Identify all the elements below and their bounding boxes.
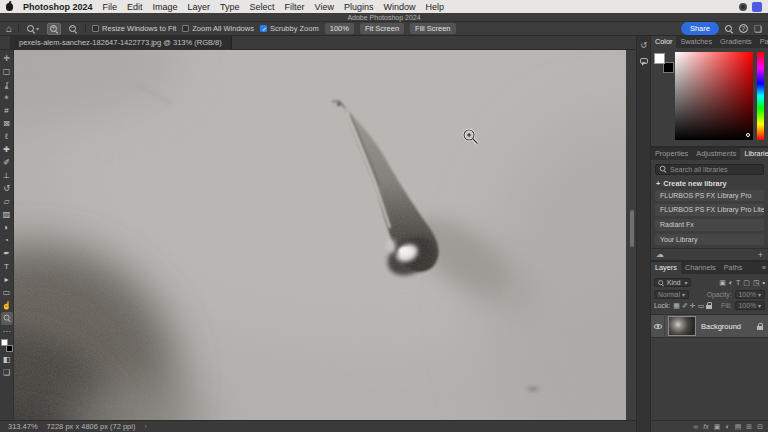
visibility-cell[interactable]: [651, 314, 665, 338]
hand-tool[interactable]: ☝: [1, 299, 13, 312]
app-menu[interactable]: Photoshop 2024: [23, 2, 93, 12]
menu-layer[interactable]: Layer: [188, 2, 211, 12]
help-icon[interactable]: ?: [739, 24, 748, 33]
canvas-area[interactable]: [14, 50, 636, 420]
tab-layers[interactable]: Layers: [651, 262, 681, 274]
link-layers-icon[interactable]: ∞: [693, 423, 698, 430]
object-selection-tool[interactable]: ⌖: [1, 91, 13, 104]
lock-transparency-icon[interactable]: ▦: [673, 302, 680, 310]
menu-view[interactable]: View: [315, 2, 334, 12]
history-icon[interactable]: ↺: [640, 41, 647, 50]
move-tool[interactable]: ✛: [1, 52, 13, 65]
crop-tool[interactable]: #: [1, 104, 13, 117]
opacity-dropdown[interactable]: 100%: [735, 290, 765, 299]
fill-screen-button[interactable]: Fill Screen: [410, 23, 455, 34]
cloud-sync-icon[interactable]: ☁: [656, 250, 664, 259]
tab-patterns[interactable]: Patterns: [756, 36, 768, 48]
lock-artboard-icon[interactable]: ▭: [698, 302, 705, 310]
tab-adjustments[interactable]: Adjustments: [692, 148, 740, 160]
workspace-icon[interactable]: ❏: [754, 24, 762, 34]
foreground-background-swatches[interactable]: [1, 339, 13, 352]
menu-plugins[interactable]: Plugins: [344, 2, 374, 12]
adjustment-filter-icon[interactable]: ◐: [729, 279, 733, 287]
zoom-tool[interactable]: [1, 312, 13, 325]
tab-paths[interactable]: Paths: [720, 262, 747, 274]
add-library-icon[interactable]: +: [758, 250, 763, 260]
zoom-100-button[interactable]: 100%: [325, 23, 354, 34]
layer-style-icon[interactable]: fx: [703, 423, 708, 430]
lasso-tool[interactable]: ʆ: [1, 78, 13, 91]
library-item[interactable]: FLURBOS PS FX Library Pro Lite: [655, 204, 764, 216]
document-tab[interactable]: pexels-alem-sanchez-182647-1422773.jpg @…: [10, 36, 232, 50]
library-item[interactable]: Radiant Fx: [655, 219, 764, 231]
pixel-filter-icon[interactable]: ▣: [719, 279, 726, 287]
search-icon[interactable]: [725, 25, 733, 33]
saturation-brightness-field[interactable]: [675, 52, 753, 140]
new-group-icon[interactable]: ▤: [735, 423, 742, 431]
menu-window[interactable]: Window: [384, 2, 416, 12]
panel-color-swatches[interactable]: [654, 53, 674, 73]
menu-edit[interactable]: Edit: [127, 2, 143, 12]
zoom-in-button[interactable]: +: [47, 23, 61, 35]
dodge-tool[interactable]: ◔: [1, 234, 13, 247]
create-new-library-button[interactable]: + Create new library: [651, 177, 768, 190]
brush-tool[interactable]: ✐: [1, 156, 13, 169]
path-selection-tool[interactable]: ▸: [1, 273, 13, 286]
zoom-out-button[interactable]: −: [67, 24, 79, 34]
tab-gradients[interactable]: Gradients: [716, 36, 756, 48]
shape-filter-icon[interactable]: ▢: [743, 279, 750, 287]
tab-channels[interactable]: Channels: [681, 262, 720, 274]
adjustment-layer-icon[interactable]: ◐: [725, 423, 729, 430]
menu-file[interactable]: File: [103, 2, 118, 12]
status-chevron-icon[interactable]: ›: [144, 423, 146, 430]
smart-object-filter-icon[interactable]: ◳: [753, 279, 760, 287]
menubar-status-icon[interactable]: [739, 3, 747, 11]
fit-screen-button[interactable]: Fit Screen: [360, 23, 404, 34]
filter-toggle-icon[interactable]: •: [763, 279, 765, 286]
share-button[interactable]: Share: [681, 22, 719, 35]
new-layer-icon[interactable]: ⊞: [746, 423, 752, 431]
rectangle-tool[interactable]: ▭: [1, 286, 13, 299]
library-search-input[interactable]: Search all libraries: [655, 164, 764, 175]
menubar-app-tile[interactable]: [752, 2, 762, 12]
apple-menu-icon[interactable]: [6, 3, 13, 11]
history-brush-tool[interactable]: ↺: [1, 182, 13, 195]
screen-mode-button[interactable]: ❏: [1, 366, 13, 379]
tab-color[interactable]: Color: [651, 36, 676, 48]
rectangular-marquee-tool[interactable]: ▢: [1, 65, 13, 78]
comments-icon[interactable]: [640, 58, 648, 64]
blur-tool[interactable]: ◗: [1, 221, 13, 234]
menu-select[interactable]: Select: [250, 2, 275, 12]
vertical-scrollbar[interactable]: [630, 210, 634, 247]
gradient-tool[interactable]: ▨: [1, 208, 13, 221]
zoom-level-field[interactable]: 313.47%: [8, 422, 38, 431]
tab-libraries[interactable]: Libraries: [740, 148, 768, 160]
menu-image[interactable]: Image: [153, 2, 178, 12]
clone-stamp-tool[interactable]: ⊥: [1, 169, 13, 182]
eyedropper-tool[interactable]: ℓ: [1, 130, 13, 143]
healing-brush-tool[interactable]: ✚: [1, 143, 13, 156]
delete-layer-icon[interactable]: ⊟: [757, 423, 763, 431]
hue-slider[interactable]: [757, 52, 764, 140]
lock-all-icon[interactable]: [706, 305, 712, 309]
layer-mask-icon[interactable]: ▣: [714, 423, 721, 431]
resize-windows-checkbox[interactable]: [92, 25, 99, 32]
quick-mask-button[interactable]: ◧: [1, 353, 13, 366]
layer-row-background[interactable]: Background: [651, 314, 768, 338]
fill-dropdown[interactable]: 100%: [735, 301, 765, 310]
zoom-all-windows-checkbox[interactable]: [182, 25, 189, 32]
layer-filter-kind-dropdown[interactable]: Kind: [654, 278, 691, 287]
frame-tool[interactable]: ⊠: [1, 117, 13, 130]
panel-menu-icon[interactable]: ≡: [762, 262, 768, 274]
blend-mode-dropdown[interactable]: Normal: [654, 290, 689, 299]
edit-toolbar-button[interactable]: ⋯: [1, 325, 13, 338]
menu-filter[interactable]: Filter: [285, 2, 305, 12]
library-item[interactable]: Your Library: [655, 234, 764, 246]
home-icon[interactable]: ⌂: [6, 24, 12, 34]
type-tool[interactable]: T: [1, 260, 13, 273]
layer-thumbnail[interactable]: [668, 316, 696, 336]
eraser-tool[interactable]: ▱: [1, 195, 13, 208]
pen-tool[interactable]: ✒: [1, 247, 13, 260]
lock-pixels-icon[interactable]: ✐: [682, 302, 688, 310]
lock-position-icon[interactable]: ✛: [690, 302, 696, 310]
